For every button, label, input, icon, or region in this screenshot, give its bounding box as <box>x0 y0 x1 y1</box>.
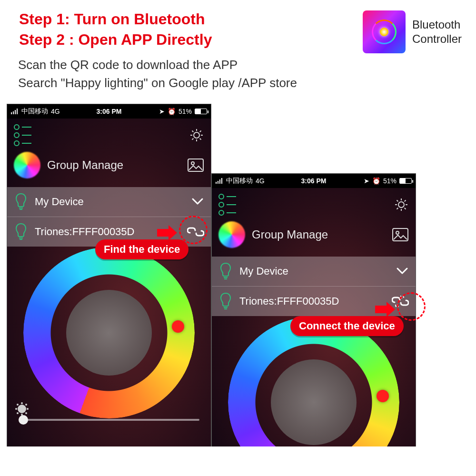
bulb-icon <box>218 292 233 310</box>
settings-button[interactable] <box>394 197 409 212</box>
color-wheel-handle[interactable] <box>172 320 184 333</box>
step-2-text: Step 2 : Open APP Directly <box>19 31 212 48</box>
bulb-icon <box>218 262 233 280</box>
chevron-down-icon <box>191 195 204 208</box>
brightness-icon <box>18 405 26 413</box>
callout-label: Connect the device <box>290 316 404 336</box>
color-wheel-hub <box>66 290 152 376</box>
app-name: Bluetooth Controller <box>412 18 462 46</box>
color-wheel[interactable] <box>23 247 195 418</box>
group-manage-row[interactable]: Group Manage <box>212 218 416 257</box>
step-1-text: Step 1: Turn on Bluetooth <box>19 10 205 28</box>
app-name-line2: Controller <box>412 32 462 46</box>
bulb-icon <box>14 193 28 211</box>
status-bar: 中国移动 4G 3:06 PM ➤ ⏰ 51% <box>7 104 211 119</box>
download-line-2: Search "Happy lighting" on Google play /… <box>18 74 297 92</box>
device-name-label: Triones:FFFF00035D <box>35 226 134 238</box>
group-manage-label: Group Manage <box>252 228 328 241</box>
clock: 3:06 PM <box>212 177 416 185</box>
my-device-row[interactable]: My Device <box>7 187 211 217</box>
highlight-ring <box>179 216 208 244</box>
arrow-icon <box>157 224 179 241</box>
gallery-button[interactable] <box>187 158 204 173</box>
color-wheel-hub <box>271 359 357 445</box>
brightness-slider[interactable] <box>19 419 199 421</box>
highlight-ring <box>397 292 426 321</box>
app-icon <box>363 10 406 53</box>
settings-button[interactable] <box>189 128 204 143</box>
my-device-label: My Device <box>239 265 288 278</box>
color-orb-icon <box>14 152 40 178</box>
device-list-button[interactable] <box>14 124 31 146</box>
battery-icon <box>399 178 412 184</box>
my-device-row[interactable]: My Device <box>212 257 416 287</box>
battery-icon <box>195 109 207 114</box>
instruction-steps: Step 1: Turn on Bluetooth Step 2 : Open … <box>19 10 212 51</box>
group-manage-row[interactable]: Group Manage <box>7 149 211 187</box>
app-name-line1: Bluetooth <box>412 18 462 32</box>
clock: 3:06 PM <box>7 108 211 115</box>
color-wheel-handle[interactable] <box>377 390 389 402</box>
group-manage-label: Group Manage <box>47 159 123 172</box>
callout-label: Find the device <box>95 239 188 259</box>
color-wheel-area <box>7 247 211 418</box>
status-bar: 中国移动 4G 3:06 PM ➤ ⏰ 51% <box>212 174 416 188</box>
device-name-label: Triones:FFFF00035D <box>239 295 339 307</box>
gallery-button[interactable] <box>392 227 409 242</box>
device-list-button[interactable] <box>218 194 236 216</box>
color-orb-icon <box>218 221 245 248</box>
bulb-icon <box>14 223 28 241</box>
screenshot-find-device: 中国移动 4G 3:06 PM ➤ ⏰ 51% Group Manage My … <box>7 104 211 446</box>
app-promo: Bluetooth Controller <box>363 10 462 53</box>
bulb-icon <box>380 28 388 36</box>
brightness-knob[interactable] <box>19 415 28 425</box>
device-drawer: My Device Triones:FFFF00035D <box>7 187 211 247</box>
download-line-1: Scan the QR code to download the APP <box>18 56 297 74</box>
download-instructions: Scan the QR code to download the APP Sea… <box>18 56 297 92</box>
my-device-label: My Device <box>35 196 84 208</box>
arrow-icon <box>375 301 397 318</box>
chevron-down-icon <box>396 265 409 278</box>
